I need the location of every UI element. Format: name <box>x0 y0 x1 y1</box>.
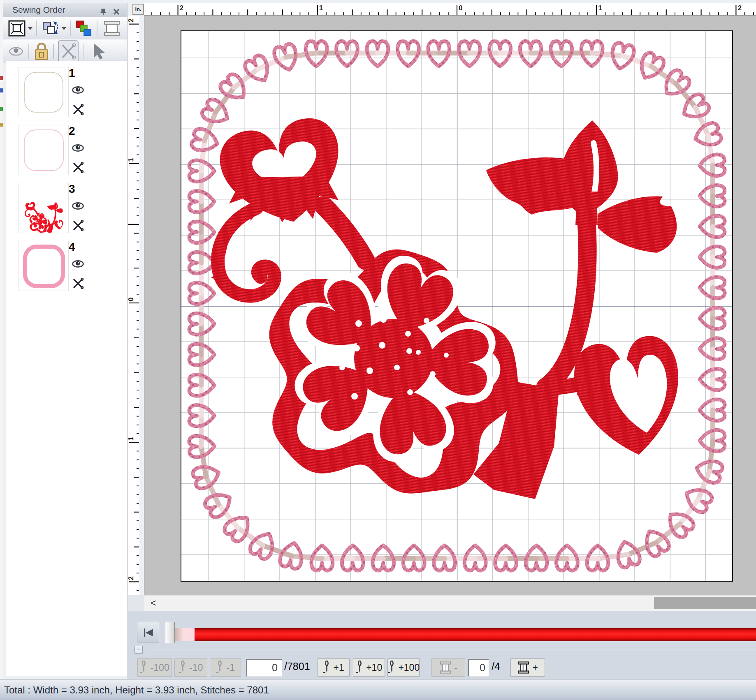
svg-text:1: 1 <box>319 4 323 12</box>
svg-text:1: 1 <box>128 158 135 162</box>
svg-text:0: 0 <box>459 4 462 12</box>
svg-text:2: 2 <box>737 4 741 12</box>
svg-text:1: 1 <box>598 4 602 12</box>
svg-text:1: 1 <box>128 437 135 441</box>
svg-text:0: 0 <box>128 298 135 301</box>
svg-text:2: 2 <box>128 576 135 580</box>
svg-text:2: 2 <box>180 4 183 12</box>
svg-text:2: 2 <box>128 18 135 22</box>
